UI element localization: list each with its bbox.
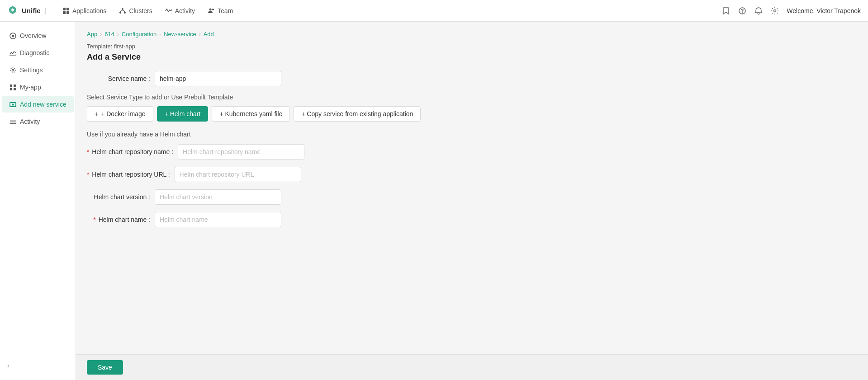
svg-rect-3 (66, 11, 69, 14)
sidebar-settings-label: Settings (20, 66, 43, 74)
docker-button-label: + Docker image (101, 110, 145, 117)
sidebar-overview-label: Overview (20, 32, 46, 39)
sidebar-item-settings[interactable]: Settings (2, 62, 74, 78)
nav-team-label: Team (218, 7, 233, 14)
content-inner: App › 614 › Configuration › New-service … (76, 22, 868, 354)
svg-rect-19 (14, 84, 16, 87)
nav-activity-label: Activity (175, 7, 195, 14)
breadcrumb-sep-4: › (199, 31, 201, 38)
sidebar-item-overview[interactable]: Overview (2, 28, 74, 44)
copy-button-label: + Copy service from existing application (301, 110, 413, 117)
breadcrumb-sep-1: › (100, 31, 102, 38)
page-title: Add a Service (87, 52, 857, 62)
content-area: App › 614 › Configuration › New-service … (76, 22, 868, 380)
activity-sidebar-icon (9, 118, 16, 125)
nav-team[interactable]: Team (202, 5, 238, 17)
sidebar-myapp-label: My-app (20, 84, 41, 91)
help-icon[interactable] (738, 6, 747, 15)
kubernetes-button-label: + Kubernetes yaml file (219, 110, 282, 117)
svg-point-12 (742, 13, 743, 13)
collapse-icon: ‹ (7, 362, 9, 369)
service-name-row: Service name : (87, 71, 857, 86)
breadcrumb-configuration[interactable]: Configuration (122, 31, 157, 38)
service-type-buttons: + + Docker image + Helm chart + Kubernet… (87, 106, 857, 122)
helm-chart-button[interactable]: + Helm chart (157, 106, 209, 122)
select-service-label: Select Service Type to add or Use Prebui… (87, 94, 857, 101)
helm-repo-url-label: * Helm chart repository URL : (87, 171, 170, 178)
save-button[interactable]: Save (87, 360, 123, 375)
kubernetes-yaml-button[interactable]: + Kubernetes yaml file (212, 106, 290, 122)
template-info: Template: first-app (87, 43, 857, 50)
helm-repo-name-input[interactable] (178, 144, 304, 160)
nav-clusters[interactable]: Clusters (114, 5, 157, 17)
notifications-icon[interactable] (754, 6, 763, 15)
top-navbar: Unifie | Applications Clusters Activity … (0, 0, 868, 22)
top-nav-links: Applications Clusters Activity Team (57, 5, 721, 17)
grid-icon (62, 7, 70, 14)
svg-rect-27 (10, 123, 16, 124)
service-name-label: Service name : (87, 75, 150, 82)
helm-chart-name-label: * Helm chart name : (87, 216, 150, 223)
sidebar-item-activity[interactable]: Activity (2, 113, 74, 130)
docker-plus-icon: + (95, 110, 98, 117)
app-icon (9, 84, 16, 91)
svg-point-9 (209, 8, 212, 10)
breadcrumb-add: Add (204, 31, 214, 38)
helm-version-label: Helm chart version : (87, 193, 150, 201)
top-nav-right: Welcome, Victor Trapenok (721, 6, 861, 15)
helm-repo-name-label: * Helm chart repository name : (87, 148, 173, 155)
settings-sidebar-icon (9, 66, 16, 74)
docker-image-button[interactable]: + + Docker image (87, 106, 153, 122)
helm-button-label: + Helm chart (165, 110, 201, 117)
svg-rect-1 (66, 8, 69, 10)
logo-area: Unifie | (7, 5, 46, 16)
breadcrumb-614[interactable]: 614 (104, 31, 114, 38)
settings-icon[interactable] (770, 6, 779, 15)
cluster-icon (119, 7, 126, 14)
bookmark-icon[interactable] (721, 6, 730, 15)
svg-rect-20 (10, 88, 12, 90)
sidebar-item-addservice[interactable]: Add new service (2, 96, 74, 113)
logo-divider: | (44, 7, 46, 14)
team-icon (208, 7, 215, 14)
nav-applications[interactable]: Applications (57, 5, 112, 17)
svg-line-8 (123, 10, 125, 12)
addservice-icon (9, 101, 16, 108)
sidebar-activity-label: Activity (20, 118, 40, 125)
breadcrumb: App › 614 › Configuration › New-service … (87, 31, 857, 38)
breadcrumb-app[interactable]: App (87, 31, 97, 38)
diagnostic-icon (9, 49, 16, 56)
svg-point-10 (212, 9, 214, 10)
service-name-input[interactable] (155, 71, 281, 86)
svg-rect-18 (10, 84, 12, 87)
svg-rect-2 (63, 11, 66, 14)
sidebar: Overview Diagnostic Settings My-app Add … (0, 22, 76, 380)
overview-icon (9, 32, 16, 39)
breadcrumb-sep-2: › (117, 31, 119, 38)
required-star-3: * (93, 216, 95, 223)
breadcrumb-newservice[interactable]: New-service (164, 31, 196, 38)
helm-version-input[interactable] (155, 189, 281, 205)
svg-point-15 (12, 35, 14, 37)
sidebar-addservice-label: Add new service (20, 101, 66, 108)
main-layout: Overview Diagnostic Settings My-app Add … (0, 22, 868, 380)
svg-point-6 (124, 12, 126, 14)
svg-rect-21 (14, 88, 16, 90)
copy-service-button[interactable]: + Copy service from existing application (294, 106, 421, 122)
sidebar-item-diagnostic[interactable]: Diagnostic (2, 45, 74, 61)
sidebar-item-myapp[interactable]: My-app (2, 79, 74, 95)
helm-repo-name-row: * Helm chart repository name : (87, 144, 857, 160)
svg-point-5 (119, 12, 121, 14)
breadcrumb-sep-3: › (159, 31, 161, 38)
svg-line-7 (120, 10, 123, 12)
svg-rect-0 (63, 8, 66, 10)
helm-repo-url-input[interactable] (175, 167, 301, 182)
sidebar-collapse-button[interactable]: ‹ (0, 357, 76, 375)
svg-rect-26 (10, 122, 16, 122)
svg-point-17 (12, 69, 14, 71)
nav-activity[interactable]: Activity (160, 5, 200, 17)
helm-chart-name-input[interactable] (155, 212, 281, 227)
helm-repo-url-row: * Helm chart repository URL : (87, 167, 857, 182)
helm-section-label: Use if you already have a Helm chart (87, 131, 857, 138)
logo-icon (7, 5, 18, 16)
